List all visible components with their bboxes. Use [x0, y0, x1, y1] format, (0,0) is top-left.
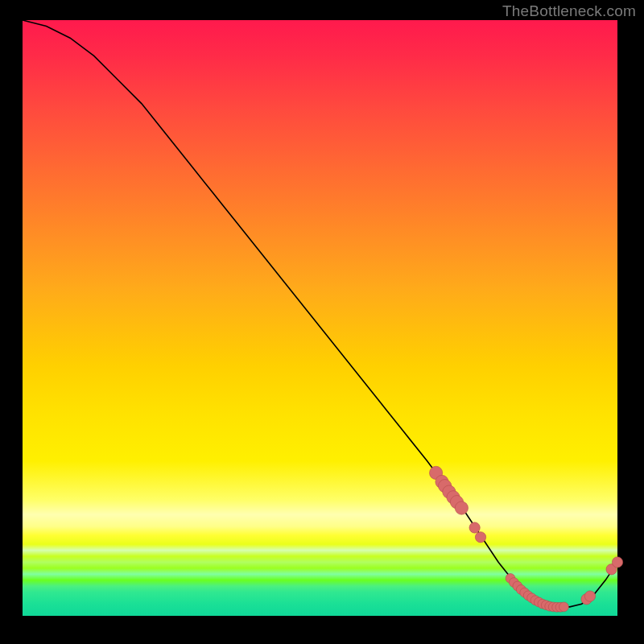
chart-svg — [23, 20, 617, 616]
plot-area — [23, 20, 617, 616]
curve-marker — [612, 557, 622, 568]
curve-marker — [455, 502, 468, 514]
watermark-text: TheBottleneck.com — [502, 2, 636, 20]
curve-marker — [584, 591, 595, 601]
curve-marker — [559, 602, 569, 612]
curve-marker — [469, 522, 480, 533]
chart-stage: TheBottleneck.com — [0, 0, 644, 644]
bottleneck-curve — [23, 20, 617, 607]
curve-marker — [475, 532, 485, 543]
curve-markers — [429, 466, 622, 612]
